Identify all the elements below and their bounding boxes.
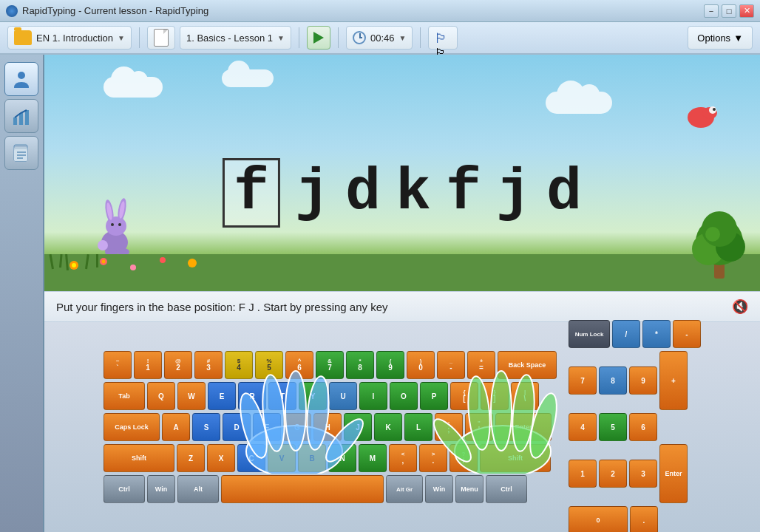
sidebar-item-stats[interactable] bbox=[4, 99, 38, 133]
key-ralt[interactable]: Alt Gr bbox=[386, 475, 423, 503]
key-o[interactable]: O bbox=[390, 382, 418, 410]
minimize-button[interactable]: − bbox=[704, 4, 719, 18]
key-num-2[interactable]: 2 bbox=[599, 460, 627, 488]
key-rshift[interactable]: Shift bbox=[480, 444, 551, 472]
key-enter[interactable]: Enter bbox=[495, 413, 552, 441]
key-lwin[interactable]: Win bbox=[147, 475, 175, 503]
key-num-slash[interactable]: / bbox=[612, 320, 640, 348]
key-2[interactable]: @2 bbox=[164, 351, 192, 379]
key-space[interactable] bbox=[221, 475, 384, 503]
key-num-1[interactable]: 1 bbox=[569, 460, 597, 488]
lessons-icon bbox=[11, 143, 32, 163]
key-num-5[interactable]: 5 bbox=[599, 413, 627, 441]
key-backspace[interactable]: Back Space bbox=[498, 351, 557, 379]
sidebar-item-lessons[interactable] bbox=[4, 136, 38, 170]
key-s[interactable]: S bbox=[192, 413, 220, 441]
keyboard-main: ~` !1 @2 #3 $4 %5 ^6 &7 *8 (9 )0 _- += B… bbox=[104, 351, 557, 503]
key-k[interactable]: K bbox=[374, 413, 402, 441]
key-num-minus[interactable]: - bbox=[673, 320, 701, 348]
key-num-8[interactable]: 8 bbox=[599, 366, 627, 395]
maximize-button[interactable]: □ bbox=[722, 4, 736, 18]
key-slash[interactable]: ?/ bbox=[449, 444, 478, 472]
key-7[interactable]: &7 bbox=[316, 351, 344, 379]
speaker-icon[interactable]: 🔇 bbox=[732, 299, 748, 315]
flag-button[interactable]: 🏳 bbox=[428, 26, 458, 50]
key-p[interactable]: P bbox=[420, 382, 448, 410]
key-backslash[interactable]: |\ bbox=[511, 382, 539, 410]
options-button[interactable]: Options ▼ bbox=[688, 26, 753, 50]
key-3[interactable]: #3 bbox=[194, 351, 223, 379]
key-equals[interactable]: += bbox=[467, 351, 495, 379]
key-b[interactable]: B bbox=[298, 444, 326, 472]
key-x[interactable]: X bbox=[207, 444, 235, 472]
key-quote[interactable]: "' bbox=[465, 413, 493, 441]
key-q[interactable]: Q bbox=[147, 382, 175, 410]
key-num-dot[interactable]: . bbox=[630, 506, 658, 532]
key-h[interactable]: H bbox=[313, 413, 342, 441]
key-t[interactable]: T bbox=[268, 382, 296, 410]
key-lctrl[interactable]: Ctrl bbox=[104, 475, 145, 503]
key-lalt[interactable]: Alt bbox=[177, 475, 219, 503]
play-button[interactable] bbox=[307, 26, 330, 50]
person-icon bbox=[11, 69, 32, 89]
key-num-0[interactable]: 0 bbox=[569, 506, 628, 532]
key-num-4[interactable]: 4 bbox=[569, 413, 597, 441]
key-9[interactable]: (9 bbox=[376, 351, 404, 379]
key-num-6[interactable]: 6 bbox=[629, 413, 657, 441]
timer-display[interactable]: 00:46 ▼ bbox=[346, 26, 413, 50]
toolbar-separator-4 bbox=[420, 27, 421, 48]
key-num-3[interactable]: 3 bbox=[629, 460, 657, 488]
key-num-9[interactable]: 9 bbox=[629, 366, 657, 395]
key-y[interactable]: Y bbox=[299, 382, 327, 410]
doc-btn[interactable] bbox=[147, 26, 175, 50]
key-w[interactable]: W bbox=[177, 382, 206, 410]
svg-point-13 bbox=[713, 108, 716, 111]
key-r[interactable]: R bbox=[238, 382, 266, 410]
key-menu[interactable]: Menu bbox=[455, 475, 484, 503]
key-num-plus[interactable]: + bbox=[659, 351, 688, 410]
key-4[interactable]: $4 bbox=[225, 351, 253, 379]
key-z[interactable]: Z bbox=[177, 444, 205, 472]
key-semicolon[interactable]: :; bbox=[435, 413, 463, 441]
key-period[interactable]: >. bbox=[419, 444, 447, 472]
key-c[interactable]: C bbox=[237, 444, 265, 472]
key-capslock[interactable]: Caps Lock bbox=[104, 413, 160, 441]
course-selector[interactable]: EN 1. Introduction ▼ bbox=[7, 26, 132, 50]
sidebar-item-person[interactable] bbox=[4, 62, 38, 96]
key-tab[interactable]: Tab bbox=[104, 382, 145, 410]
stats-icon bbox=[11, 106, 32, 126]
key-n[interactable]: N bbox=[328, 444, 356, 472]
key-i[interactable]: I bbox=[359, 382, 387, 410]
key-lbracket[interactable]: {[ bbox=[450, 382, 478, 410]
key-rbracket[interactable]: }] bbox=[481, 382, 509, 410]
key-e[interactable]: E bbox=[208, 382, 236, 410]
key-5[interactable]: %5 bbox=[255, 351, 283, 379]
key-l[interactable]: L bbox=[404, 413, 432, 441]
key-u[interactable]: U bbox=[329, 382, 357, 410]
key-rctrl[interactable]: Ctrl bbox=[486, 475, 527, 503]
key-d[interactable]: D bbox=[223, 413, 251, 441]
key-f[interactable]: F bbox=[253, 413, 281, 441]
key-minus[interactable]: _- bbox=[437, 351, 465, 379]
key-numlock[interactable]: Num Lock bbox=[569, 320, 610, 348]
key-comma[interactable]: <, bbox=[389, 444, 417, 472]
key-m[interactable]: M bbox=[359, 444, 387, 472]
key-j[interactable]: J bbox=[344, 413, 372, 441]
close-button[interactable]: ✕ bbox=[739, 4, 754, 18]
key-num-enter[interactable]: Enter bbox=[659, 444, 688, 503]
key-8[interactable]: *8 bbox=[346, 351, 374, 379]
key-backtick[interactable]: ~` bbox=[104, 351, 132, 379]
key-0[interactable]: )0 bbox=[407, 351, 435, 379]
toolbar-separator-2 bbox=[299, 27, 299, 48]
key-num-star[interactable]: * bbox=[642, 320, 671, 348]
key-6[interactable]: ^6 bbox=[285, 351, 313, 379]
lesson-selector[interactable]: 1. Basics - Lesson 1 ▼ bbox=[180, 26, 291, 50]
key-num-7[interactable]: 7 bbox=[569, 366, 597, 395]
key-g[interactable]: G bbox=[283, 413, 311, 441]
key-rwin[interactable]: Win bbox=[425, 475, 453, 503]
key-lshift[interactable]: Shift bbox=[104, 444, 174, 472]
window-controls: − □ ✕ bbox=[704, 4, 754, 18]
key-a[interactable]: A bbox=[162, 413, 190, 441]
key-1[interactable]: !1 bbox=[134, 351, 162, 379]
key-v[interactable]: V bbox=[268, 444, 296, 472]
